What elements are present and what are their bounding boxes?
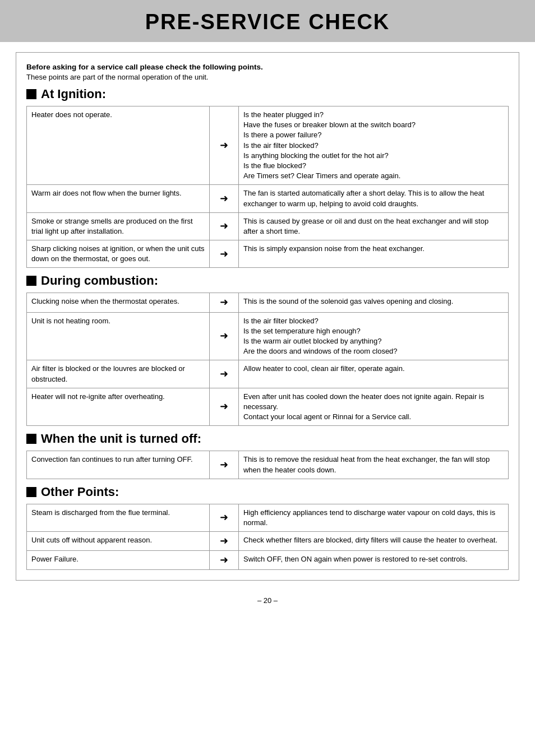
symptom-cell: Warm air does not flow when the burner l… <box>27 185 210 212</box>
section-heading-during-combustion: During combustion: <box>26 273 509 288</box>
table-row: Smoke or strange smells are produced on … <box>27 212 509 240</box>
symptom-cell: Clucking noise when the thermostat opera… <box>27 293 210 312</box>
symptom-cell: Power Failure. <box>27 551 210 570</box>
arrow-icon: ➜ <box>210 451 239 479</box>
solution-cell: This is caused by grease or oil and dust… <box>238 212 508 240</box>
symptom-cell: Convection fan continues to run after tu… <box>27 451 210 479</box>
intro-bold: Before asking for a service call please … <box>26 63 509 71</box>
page-content: Before asking for a service call please … <box>16 52 519 581</box>
arrow-icon: ➜ <box>210 551 239 570</box>
table-row: Sharp clicking noises at ignition, or wh… <box>27 240 509 268</box>
solution-cell: Allow heater to cool, clean air filter, … <box>238 360 508 388</box>
symptom-cell: Unit is not heating room. <box>27 312 210 360</box>
solution-cell: The fan is started automatically after a… <box>238 185 508 212</box>
symptom-cell: Unit cuts off without apparent reason. <box>27 532 210 551</box>
section-title-at-ignition: At Ignition: <box>41 87 106 101</box>
symptom-cell: Heater does not operate. <box>27 106 210 185</box>
arrow-icon: ➜ <box>210 388 239 426</box>
solution-cell: Is the heater plugged in?Have the fuses … <box>238 106 508 185</box>
table-row: Steam is discharged from the flue termin… <box>27 504 509 531</box>
section-bullet-icon <box>26 89 36 99</box>
table-row: Clucking noise when the thermostat opera… <box>27 293 509 312</box>
arrow-icon: ➜ <box>210 532 239 551</box>
arrow-icon: ➜ <box>210 504 239 531</box>
section-heading-when-turned-off: When the unit is turned off: <box>26 432 509 446</box>
section-title-other-points: Other Points: <box>41 485 119 499</box>
section-heading-at-ignition: At Ignition: <box>26 87 509 101</box>
section-title-when-turned-off: When the unit is turned off: <box>41 432 201 446</box>
solution-cell: This is the sound of the solenoid gas va… <box>238 293 508 312</box>
arrow-icon: ➜ <box>210 360 239 388</box>
arrow-icon: ➜ <box>210 185 239 212</box>
page-header: PRE-SERVICE CHECK <box>0 0 535 42</box>
arrow-icon: ➜ <box>210 312 239 360</box>
table-row: Heater does not operate.➜Is the heater p… <box>27 106 509 185</box>
symptom-cell: Smoke or strange smells are produced on … <box>27 212 210 240</box>
solution-cell: Even after unit has cooled down the heat… <box>238 388 508 426</box>
table-row: Convection fan continues to run after tu… <box>27 451 509 479</box>
solution-cell: Is the air filter blocked?Is the set tem… <box>238 312 508 360</box>
symptom-cell: Heater will not re-ignite after overheat… <box>27 388 210 426</box>
symptom-cell: Sharp clicking noises at ignition, or wh… <box>27 240 210 268</box>
table-row: Heater will not re-ignite after overheat… <box>27 388 509 426</box>
check-table-other-points: Steam is discharged from the flue termin… <box>26 504 509 571</box>
page-title: PRE-SERVICE CHECK <box>0 10 535 34</box>
section-heading-other-points: Other Points: <box>26 485 509 499</box>
section-bullet-icon <box>26 434 36 444</box>
arrow-icon: ➜ <box>210 212 239 240</box>
table-row: Warm air does not flow when the burner l… <box>27 185 509 212</box>
solution-cell: Switch OFF, then ON again when power is … <box>238 551 508 570</box>
symptom-cell: Air filter is blocked or the louvres are… <box>27 360 210 388</box>
check-table-when-turned-off: Convection fan continues to run after tu… <box>26 451 509 479</box>
arrow-icon: ➜ <box>210 293 239 312</box>
solution-cell: This is to remove the residual heat from… <box>238 451 508 479</box>
page-number: – 20 – <box>0 591 535 613</box>
section-bullet-icon <box>26 276 36 286</box>
table-row: Power Failure.➜Switch OFF, then ON again… <box>27 551 509 570</box>
check-table-during-combustion: Clucking noise when the thermostat opera… <box>26 293 509 426</box>
solution-cell: High efficiency appliances tend to disch… <box>238 504 508 531</box>
arrow-icon: ➜ <box>210 106 239 185</box>
table-row: Unit is not heating room.➜Is the air fil… <box>27 312 509 360</box>
intro-normal: These points are part of the normal oper… <box>26 73 509 81</box>
solution-cell: This is simply expansion noise from the … <box>238 240 508 268</box>
solution-cell: Check whether filters are blocked, dirty… <box>238 532 508 551</box>
check-table-at-ignition: Heater does not operate.➜Is the heater p… <box>26 106 509 268</box>
arrow-icon: ➜ <box>210 240 239 268</box>
table-row: Air filter is blocked or the louvres are… <box>27 360 509 388</box>
section-title-during-combustion: During combustion: <box>41 273 158 288</box>
symptom-cell: Steam is discharged from the flue termin… <box>27 504 210 531</box>
table-row: Unit cuts off without apparent reason.➜C… <box>27 532 509 551</box>
section-bullet-icon <box>26 487 36 497</box>
